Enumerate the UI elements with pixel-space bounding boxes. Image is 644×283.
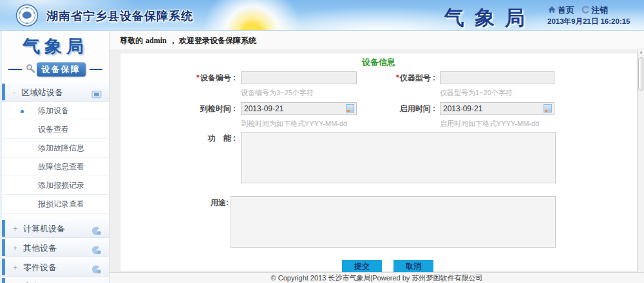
current-datetime: 2013年9月21日 16:20:15 <box>547 17 630 26</box>
sidebar-section-label: 零件设备 <box>23 262 57 272</box>
sidebar-section-regional-station[interactable]: -区域站设备 <box>2 82 109 102</box>
submenu-label: 故障信息查看 <box>38 162 84 171</box>
required-marker: * <box>396 73 399 82</box>
sidebar-logo-text: 气象局 <box>2 35 109 58</box>
submenu-item-view-damage[interactable]: 报损记录查看 <box>2 195 109 214</box>
active-item-bullet-icon <box>21 110 24 113</box>
purpose-textarea[interactable] <box>231 196 556 248</box>
monitor-icon <box>91 87 102 98</box>
footer-copyright: © Copyright 2013 长沙市气象局|Powered by 苏州梦图软… <box>109 272 644 283</box>
sidebar-section-other-equipment[interactable]: +其他设备 <box>2 238 109 257</box>
submenu-label: 设备查看 <box>38 125 69 134</box>
mouse-icon <box>91 243 102 253</box>
content-area: 设备信息 *设备编号 : 设备编号为3~25个字符 *仪器型号 : 仪器型号为1… <box>109 50 644 272</box>
app-header: 湖南省宁乡县设备保障系统 气象局 首页注销 2013年9月21日 16:20:1… <box>0 0 644 31</box>
welcome-prefix: 尊敬的 <box>120 36 143 45</box>
submenu-label: 添加设备 <box>38 106 69 115</box>
mouse-icon <box>91 262 102 273</box>
scrollbar-thumb[interactable] <box>638 57 643 91</box>
search-icon <box>26 64 35 76</box>
instrument-model-label: *仪器型号 : <box>314 71 435 84</box>
form-title: 设备信息 <box>120 57 637 68</box>
sidebar-section-label: 计算机设备 <box>23 224 65 233</box>
submenu-item-view-fault[interactable]: 故障信息查看 <box>2 158 109 176</box>
inspection-date-label: 到检时间 : <box>120 102 236 115</box>
welcome-suffix: ， 欢迎登录设备保障系统 <box>169 36 256 45</box>
submenu-item-add-fault[interactable]: 添加故障信息 <box>2 139 109 158</box>
home-icon <box>547 5 558 15</box>
vertical-scrollbar[interactable]: ▲ <box>638 48 644 272</box>
sidebar-section-label: 其他设备 <box>23 243 57 253</box>
cancel-button[interactable]: 取消 <box>393 260 433 273</box>
sidebar-badge: 设备保障 <box>37 62 86 77</box>
device-info-panel: 设备信息 *设备编号 : 设备编号为3~25个字符 *仪器型号 : 仪器型号为1… <box>120 53 638 272</box>
sidebar-section-computer-equipment[interactable]: +计算机设备 <box>2 219 109 238</box>
submenu-label: 报损记录查看 <box>38 199 84 208</box>
submit-button[interactable]: 提交 <box>342 260 382 273</box>
collapse-minus-indicator: - <box>13 88 15 97</box>
divider-line <box>8 69 22 70</box>
submenu-item-view-device[interactable]: 设备查看 <box>2 120 109 139</box>
header-brand-text: 气象局 <box>444 5 535 32</box>
expand-plus-indicator: + <box>13 224 17 233</box>
function-textarea[interactable] <box>241 132 556 183</box>
logout-link[interactable]: 注销 <box>581 5 608 15</box>
submenu-item-add-damage[interactable]: 添加报损记录 <box>2 176 109 195</box>
header-nav: 首页注销 <box>547 5 608 16</box>
inspection-date-hint: 到检时间为如下格式YYYY-MM-dd <box>241 119 347 128</box>
enable-date-hint: 启用时间如下格式YYYY-MM-dd <box>440 119 539 128</box>
sidebar-section-label: 区域站设备 <box>21 87 63 97</box>
divider-line <box>90 69 103 70</box>
submenu-label: 添加故障信息 <box>38 143 84 152</box>
purpose-label: 用途: <box>120 196 229 209</box>
required-marker: * <box>196 73 200 82</box>
sidebar-section-parts-equipment[interactable]: +零件设备 <box>2 257 109 277</box>
expand-plus-indicator: + <box>13 244 17 253</box>
sidebar-section-inventory[interactable]: +库存管理 <box>2 277 109 283</box>
logout-icon <box>581 5 591 15</box>
device-no-label: *设备编号 : <box>120 71 236 84</box>
submenu-item-add-device[interactable]: 添加设备 <box>2 102 109 120</box>
function-label: 功 能 : <box>120 132 236 145</box>
expand-plus-indicator: + <box>13 263 17 272</box>
scrollbar-up-arrow-icon[interactable]: ▲ <box>638 48 644 57</box>
sidebar-submenu: 添加设备 设备查看 添加故障信息 故障信息查看 添加报损记录 报损记录查看 <box>2 102 109 214</box>
app-title: 湖南省宁乡县设备保障系统 <box>46 8 193 24</box>
submenu-label: 添加报损记录 <box>38 181 84 190</box>
home-link[interactable]: 首页 <box>547 5 574 15</box>
menu-gap <box>2 214 109 219</box>
sidebar-badge-row: 设备保障 <box>8 62 102 77</box>
calendar-icon[interactable] <box>544 104 552 113</box>
welcome-bar: 尊敬的admin， 欢迎登录设备保障系统 <box>109 31 644 50</box>
enable-date-input[interactable] <box>440 102 554 115</box>
mouse-icon <box>91 224 102 234</box>
device-no-hint: 设备编号为3~25个字符 <box>241 88 314 97</box>
bureau-emblem-icon <box>15 4 39 27</box>
sidebar: 气象局 设备保障 -区域站设备 添加设备 设备查看 添加故障信息 故障信息查看 … <box>0 31 109 283</box>
instrument-model-hint: 仪器型号为1~20个字符 <box>440 88 513 97</box>
instrument-model-input[interactable] <box>440 71 554 84</box>
enable-date-label: 启用时间 : <box>314 102 435 115</box>
username: admin <box>146 36 167 45</box>
